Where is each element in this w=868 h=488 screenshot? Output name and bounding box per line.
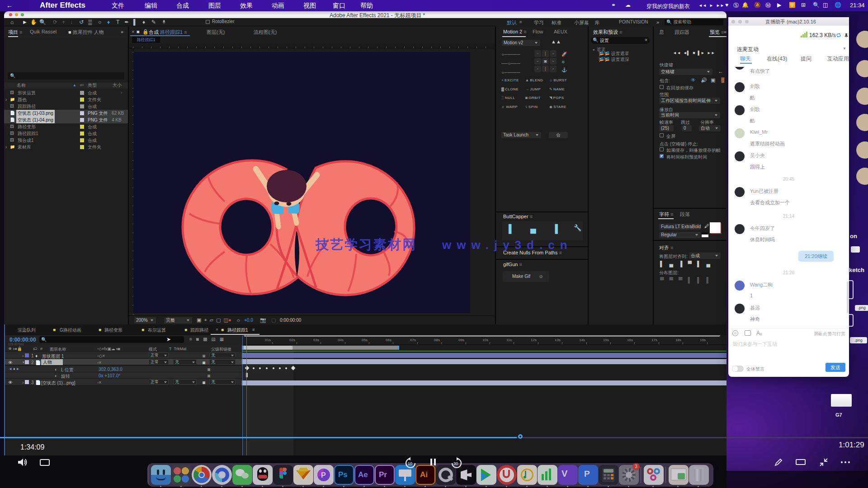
svg-text:30: 30: [453, 461, 458, 466]
svg-text:10: 10: [408, 461, 412, 466]
